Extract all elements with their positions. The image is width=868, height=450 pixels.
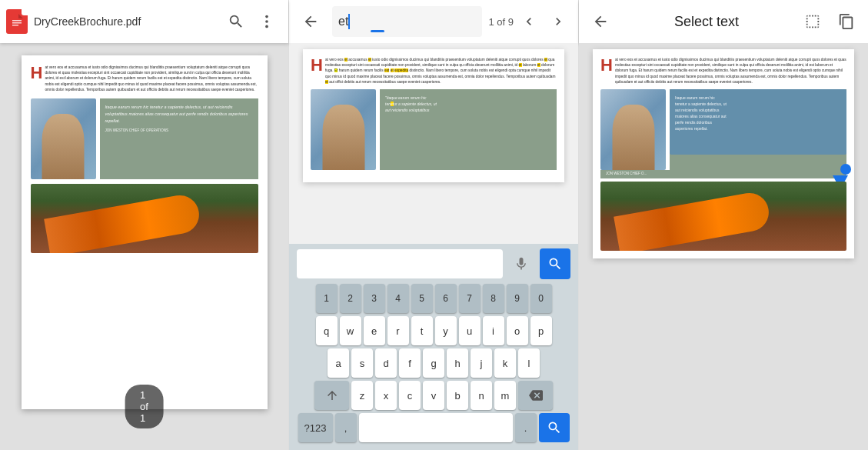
pdf-image-section-3: Itaque earum rerum hic tenetur a sapient… <box>600 89 846 170</box>
copy-button[interactable] <box>831 6 862 37</box>
page-number-indicator: 1 of 1 <box>125 385 164 428</box>
panel3-back-button[interactable] <box>585 6 616 37</box>
more-options-button[interactable] <box>251 6 282 37</box>
pdf-logo: DryCreekBrochure.pdf <box>6 9 221 34</box>
microphone-button[interactable] <box>506 248 537 279</box>
keyboard-search-bar <box>292 248 575 279</box>
quote-text: Itaque earum rerum hic tenetur a sapient… <box>105 104 253 124</box>
key-z[interactable]: z <box>351 381 373 410</box>
keyboard-search-button[interactable] <box>540 248 570 279</box>
key-5[interactable]: 5 <box>411 284 433 313</box>
pdf-drop-cap: H <box>31 65 43 82</box>
pdf-page-1: H at vero eos et accusamus et iusto odio… <box>22 55 268 409</box>
key-a[interactable]: a <box>328 348 349 378</box>
space-key[interactable] <box>359 413 513 442</box>
key-f[interactable]: f <box>399 348 421 378</box>
panel1-pdf-viewer: DryCreekBrochure.pdf H at vero eos et ac… <box>0 0 289 450</box>
pdf-page-2: H at vero eos et accusamus et iusto odio… <box>303 49 564 182</box>
search-input-wrap[interactable]: et <box>332 6 482 37</box>
person-photo <box>31 98 96 179</box>
key-4[interactable]: 4 <box>387 284 409 313</box>
page-count-label: 1 of 9 <box>488 16 514 28</box>
pdf-quote-box-2: "Itaque earum rerum hic tenetur a sapien… <box>380 89 557 170</box>
panel1-header: DryCreekBrochure.pdf <box>0 0 288 43</box>
key-7[interactable]: 7 <box>459 284 481 313</box>
svg-rect-0 <box>11 14 23 29</box>
key-t[interactable]: t <box>411 316 433 345</box>
svg-rect-4 <box>12 25 18 26</box>
back-button[interactable] <box>295 6 326 37</box>
key-x[interactable]: x <box>375 381 397 410</box>
key-0[interactable]: 0 <box>530 284 552 313</box>
key-p[interactable]: p <box>530 316 552 345</box>
panel3-select-text: Select text H at vero eos et accusamus e… <box>579 0 868 450</box>
quote-text-3: Itaque earum rerum hic tenetur a sapient… <box>675 95 841 132</box>
next-page-button[interactable] <box>544 8 572 35</box>
key-b[interactable]: b <box>447 381 468 410</box>
panel2-document-area: H at vero eos et accusamus et iusto odio… <box>289 43 578 244</box>
key-g[interactable]: g <box>423 348 444 378</box>
key-w[interactable]: w <box>340 316 361 345</box>
number-row: 1 2 3 4 5 6 7 8 9 0 <box>292 284 575 313</box>
shift-key[interactable] <box>314 381 349 410</box>
key-v[interactable]: v <box>423 381 444 410</box>
key-1[interactable]: 1 <box>316 284 338 313</box>
virtual-keyboard: 1 2 3 4 5 6 7 8 9 0 q w e r t y u i o p … <box>289 244 578 450</box>
select-all-button[interactable] <box>797 6 828 37</box>
key-3[interactable]: 3 <box>364 284 385 313</box>
comma-key[interactable]: , <box>335 413 357 442</box>
pdf-page-3: H at vero eos et accusamus et iusto odio… <box>593 49 854 258</box>
pdf-quote-selected: Itaque earum rerum hic tenetur a sapient… <box>670 89 846 170</box>
prev-page-button[interactable] <box>515 8 543 35</box>
panel1-document-area: H at vero eos et accusamus et iusto odio… <box>0 43 288 450</box>
carrot-image <box>31 184 258 253</box>
pdf-body-text-3: at vero eos et accusamus et iusto odio d… <box>615 57 846 85</box>
key-c[interactable]: c <box>399 381 421 410</box>
key-s[interactable]: s <box>351 348 373 378</box>
pdf-body-text-2: at vero eos et accusamus et iusto odio d… <box>325 57 557 85</box>
pdf-icon <box>6 9 28 34</box>
key-u[interactable]: u <box>459 316 481 345</box>
key-y[interactable]: y <box>435 316 457 345</box>
panel2-header: et 1 of 9 <box>289 0 578 43</box>
person-photo-3 <box>600 89 666 170</box>
period-key[interactable]: . <box>515 413 537 442</box>
panel2-search-keyboard: et 1 of 9 H at vero eos et accusamus et … <box>289 0 579 450</box>
backspace-key[interactable] <box>518 381 553 410</box>
key-6[interactable]: 6 <box>435 284 457 313</box>
text-cursor <box>348 14 350 29</box>
svg-point-7 <box>265 25 268 28</box>
key-l[interactable]: l <box>518 348 540 378</box>
author-line: JON WESTON Chief o... <box>600 170 846 178</box>
selection-handle-end[interactable] <box>840 164 851 175</box>
pdf-quote-box: Itaque earum rerum hic tenetur a sapient… <box>100 98 258 179</box>
key-9[interactable]: 9 <box>507 284 528 313</box>
svg-rect-2 <box>12 20 22 22</box>
key-2[interactable]: 2 <box>340 284 361 313</box>
key-d[interactable]: d <box>375 348 397 378</box>
key-8[interactable]: 8 <box>483 284 504 313</box>
key-j[interactable]: j <box>471 348 492 378</box>
panel3-header: Select text <box>579 0 868 43</box>
svg-rect-3 <box>12 22 22 24</box>
key-r[interactable]: r <box>387 316 409 345</box>
key-q[interactable]: q <box>316 316 338 345</box>
key-e[interactable]: e <box>364 316 385 345</box>
search-underline <box>371 30 384 32</box>
search-button[interactable] <box>221 6 251 37</box>
zxcv-row: z x c v b n m <box>292 381 575 410</box>
key-n[interactable]: n <box>471 381 492 410</box>
key-o[interactable]: o <box>507 316 528 345</box>
pdf-filename: DryCreekBrochure.pdf <box>34 15 141 28</box>
pdf-image-section: Itaque earum rerum hic tenetur a sapient… <box>31 98 258 179</box>
key-h[interactable]: h <box>447 348 468 378</box>
key-k[interactable]: k <box>494 348 516 378</box>
keyboard-go-button[interactable] <box>539 413 570 442</box>
svg-point-5 <box>265 15 268 18</box>
search-text: et <box>338 15 348 28</box>
symbol-key[interactable]: ?123 <box>298 413 333 442</box>
keyboard-text-field[interactable] <box>297 249 503 278</box>
person-photo-2 <box>311 89 376 170</box>
key-m[interactable]: m <box>494 381 516 410</box>
key-i[interactable]: i <box>483 316 504 345</box>
